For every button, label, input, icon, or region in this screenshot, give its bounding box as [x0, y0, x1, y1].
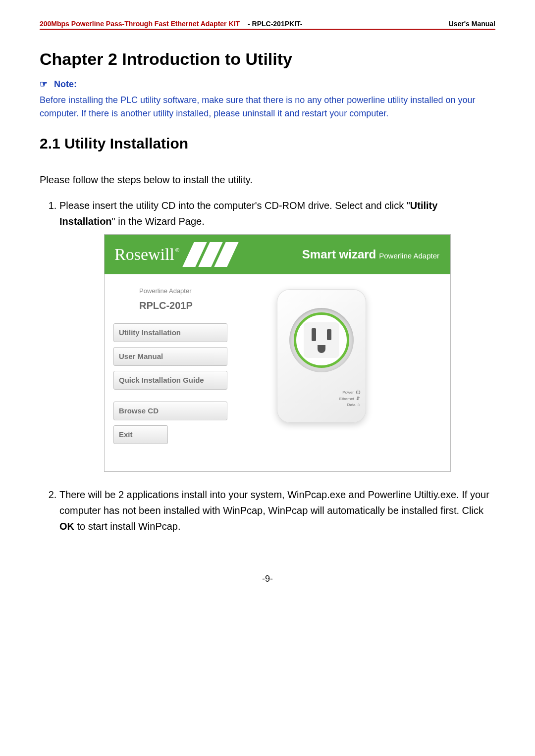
page-number: -9-: [40, 574, 495, 584]
quick-guide-button[interactable]: Quick Installation Guide: [113, 371, 227, 390]
wizard-right-panel: Power⏻ Ethernet⇵ Data⌂: [242, 284, 441, 457]
wizard-title-sub: Powerline Adapter: [379, 252, 439, 260]
step-2-text-b: to start install WinPcap.: [74, 521, 181, 532]
led-data-label: Data: [347, 402, 356, 407]
utility-install-button[interactable]: Utility Installation: [113, 323, 227, 342]
header-doc-type: User's Manual: [449, 20, 495, 28]
wizard-left-panel: Powerline Adapter RPLC-201P Utility Inst…: [113, 284, 242, 457]
data-icon: ⌂: [358, 402, 360, 408]
chapter-title: Chapter 2 Introduction to Utility: [40, 50, 495, 69]
device-leds: Power⏻ Ethernet⇵ Data⌂: [339, 389, 360, 408]
wizard-title-main: Smart wizard: [302, 248, 376, 261]
ethernet-icon: ⇵: [356, 396, 360, 402]
banner-slashes-icon: [188, 242, 233, 267]
power-icon: ⏻: [356, 389, 360, 396]
section-title: 2.1 Utility Installation: [40, 135, 495, 152]
step-2-bold: OK: [59, 521, 74, 532]
page-header: 200Mbps Powerline Pass-Through Fast Ethe…: [40, 20, 495, 30]
note-heading: ☞ Note:: [40, 79, 495, 90]
step-1: Please insert the utility CD into the co…: [59, 198, 495, 472]
header-product: 200Mbps Powerline Pass-Through Fast Ethe…: [40, 20, 240, 28]
note-body: Before installing the PLC utility softwa…: [40, 94, 495, 120]
wizard-screenshot: Rosewill Smart wizardPowerline Adapter P…: [104, 234, 451, 472]
browse-cd-button[interactable]: Browse CD: [113, 402, 227, 420]
product-subtitle: Powerline Adapter: [139, 286, 242, 297]
wizard-title: Smart wizardPowerline Adapter: [302, 245, 439, 264]
led-ethernet-label: Ethernet: [339, 396, 354, 402]
pointer-icon: ☞: [40, 79, 48, 89]
step-2-text-a: There will be 2 applications install int…: [59, 489, 489, 516]
device-image: Power⏻ Ethernet⇵ Data⌂: [277, 289, 366, 423]
step-1-text-a: Please insert the utility CD into the co…: [59, 200, 410, 211]
outlet-icon: [304, 322, 339, 358]
user-manual-button[interactable]: User Manual: [113, 347, 227, 366]
step-2: There will be 2 applications install int…: [59, 487, 495, 534]
exit-button[interactable]: Exit: [113, 425, 168, 444]
header-model: - RPLC-201PKIT-: [248, 20, 302, 28]
step-1-text-b: " in the Wizard Page.: [112, 216, 205, 227]
wizard-banner: Rosewill Smart wizardPowerline Adapter: [105, 235, 450, 274]
section-lead: Please follow the steps below to install…: [40, 172, 495, 188]
brand-logo: Rosewill: [114, 241, 178, 268]
note-label: Note:: [54, 79, 77, 89]
product-model: RPLC-201P: [139, 298, 242, 313]
led-power-label: Power: [342, 390, 354, 395]
